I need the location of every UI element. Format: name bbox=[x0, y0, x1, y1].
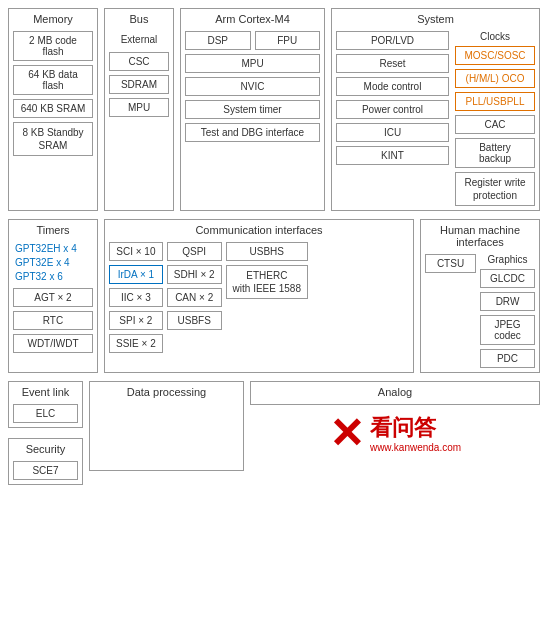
arm-mpu: MPU bbox=[185, 54, 320, 73]
sys-kint: KINT bbox=[336, 146, 449, 165]
sys-cac: CAC bbox=[455, 115, 535, 134]
system-title: System bbox=[417, 13, 454, 25]
watermark-text-area: 看问答 www.kanwenda.com bbox=[370, 415, 461, 452]
comm-title: Communication interfaces bbox=[195, 224, 322, 236]
sys-icu: ICU bbox=[336, 123, 449, 142]
arm-nvic: NVIC bbox=[185, 77, 320, 96]
hmi-jpeg: JPEG codec bbox=[480, 315, 535, 345]
sys-power: Power control bbox=[336, 100, 449, 119]
security-title: Security bbox=[26, 443, 66, 455]
system-block: System POR/LVD Reset Mode control Power … bbox=[331, 8, 540, 211]
memory-item-1: 64 KB data flash bbox=[13, 65, 93, 95]
clocks-label: Clocks bbox=[455, 31, 535, 42]
arm-block: Arm Cortex-M4 DSP FPU MPU NVIC System ti… bbox=[180, 8, 325, 211]
timers-wdt: WDT/IWDT bbox=[13, 334, 93, 353]
hmi-pdc: PDC bbox=[480, 349, 535, 368]
arm-title: Arm Cortex-M4 bbox=[215, 13, 290, 25]
hmi-left: CTSU bbox=[425, 254, 476, 368]
hmi-drw: DRW bbox=[480, 292, 535, 311]
sys-reset: Reset bbox=[336, 54, 449, 73]
comm-col1: SCI × 10 IrDA × 1 IIC × 3 SPI × 2 SSIE ×… bbox=[109, 242, 163, 353]
comm-usbfs: USBFS bbox=[167, 311, 222, 330]
sys-mosc: MOSC/SOSC bbox=[455, 46, 535, 65]
comm-sci: SCI × 10 bbox=[109, 242, 163, 261]
bus-block: Bus External CSC SDRAM MPU bbox=[104, 8, 174, 211]
timers-agt: AGT × 2 bbox=[13, 288, 93, 307]
sys-pll: PLL/USBPLL bbox=[455, 92, 535, 111]
comm-qspi: QSPI bbox=[167, 242, 222, 261]
memory-item-2: 640 KB SRAM bbox=[13, 99, 93, 118]
comm-can: CAN × 2 bbox=[167, 288, 222, 307]
memory-item-0: 2 MB code flash bbox=[13, 31, 93, 61]
comm-usbhs: USBHS bbox=[226, 242, 308, 261]
timers-title: Timers bbox=[36, 224, 69, 236]
comm-col3: USBHS ETHERCwith IEEE 1588 bbox=[226, 242, 308, 353]
arm-system-timer: System timer bbox=[185, 100, 320, 119]
system-right: Clocks MOSC/SOSC (H/M/L) OCO PLL/USBPLL … bbox=[455, 31, 535, 206]
system-left: POR/LVD Reset Mode control Power control… bbox=[336, 31, 449, 165]
watermark-text: 看问答 bbox=[370, 415, 461, 441]
event-elc: ELC bbox=[13, 404, 78, 423]
watermark-area: ✕ 看问答 www.kanwenda.com bbox=[250, 409, 540, 459]
security-sce7: SCE7 bbox=[13, 461, 78, 480]
security-block: Security SCE7 bbox=[8, 438, 83, 485]
timers-block: Timers GPT32EH x 4GPT32E x 4GPT32 x 6 AG… bbox=[8, 219, 98, 373]
bus-external-label: External bbox=[109, 31, 169, 48]
sys-mode: Mode control bbox=[336, 77, 449, 96]
bus-csc: CSC bbox=[109, 52, 169, 71]
hmi-ctsu: CTSU bbox=[425, 254, 476, 273]
analog-block: Analog bbox=[250, 381, 540, 405]
arm-debug: Test and DBG interface bbox=[185, 123, 320, 142]
bus-sdram: SDRAM bbox=[109, 75, 169, 94]
hmi-graphics-label: Graphics bbox=[480, 254, 535, 265]
timers-gpt: GPT32EH x 4GPT32E x 4GPT32 x 6 bbox=[13, 242, 93, 284]
bus-mpu: MPU bbox=[109, 98, 169, 117]
comm-iic: IIC × 3 bbox=[109, 288, 163, 307]
main-diagram: Memory 2 MB code flash 64 KB data flash … bbox=[8, 8, 540, 485]
comm-sdhi: SDHI × 2 bbox=[167, 265, 222, 284]
hmi-block: Human machine interfaces CTSU Graphics G… bbox=[420, 219, 540, 373]
analog-title: Analog bbox=[378, 386, 412, 398]
bus-title: Bus bbox=[130, 13, 149, 25]
sys-battery: Battery backup bbox=[455, 138, 535, 168]
arm-dsp: DSP bbox=[185, 31, 251, 50]
event-title: Event link bbox=[22, 386, 70, 398]
data-title: Data processing bbox=[127, 386, 207, 398]
comm-spi: SPI × 2 bbox=[109, 311, 163, 330]
arm-fpu: FPU bbox=[255, 31, 321, 50]
comm-ssie: SSIE × 2 bbox=[109, 334, 163, 353]
sys-oco: (H/M/L) OCO bbox=[455, 69, 535, 88]
event-block: Event link ELC bbox=[8, 381, 83, 428]
comm-etherc: ETHERCwith IEEE 1588 bbox=[226, 265, 308, 299]
hmi-glcdc: GLCDC bbox=[480, 269, 535, 288]
memory-item-3: 8 KB StandbySRAM bbox=[13, 122, 93, 156]
hmi-right: Graphics GLCDC DRW JPEG codec PDC bbox=[480, 254, 535, 368]
sys-por: POR/LVD bbox=[336, 31, 449, 50]
watermark-symbol: ✕ bbox=[329, 413, 364, 455]
memory-block: Memory 2 MB code flash 64 KB data flash … bbox=[8, 8, 98, 211]
comm-irda: IrDA × 1 bbox=[109, 265, 163, 284]
comm-col2: QSPI SDHI × 2 CAN × 2 USBFS bbox=[167, 242, 222, 353]
hmi-title: Human machine interfaces bbox=[425, 224, 535, 248]
watermark-url: www.kanwenda.com bbox=[370, 442, 461, 453]
memory-title: Memory bbox=[33, 13, 73, 25]
timers-rtc: RTC bbox=[13, 311, 93, 330]
comm-block: Communication interfaces SCI × 10 IrDA ×… bbox=[104, 219, 414, 373]
data-block: Data processing bbox=[89, 381, 244, 471]
sys-regwrite: Register writeprotection bbox=[455, 172, 535, 206]
